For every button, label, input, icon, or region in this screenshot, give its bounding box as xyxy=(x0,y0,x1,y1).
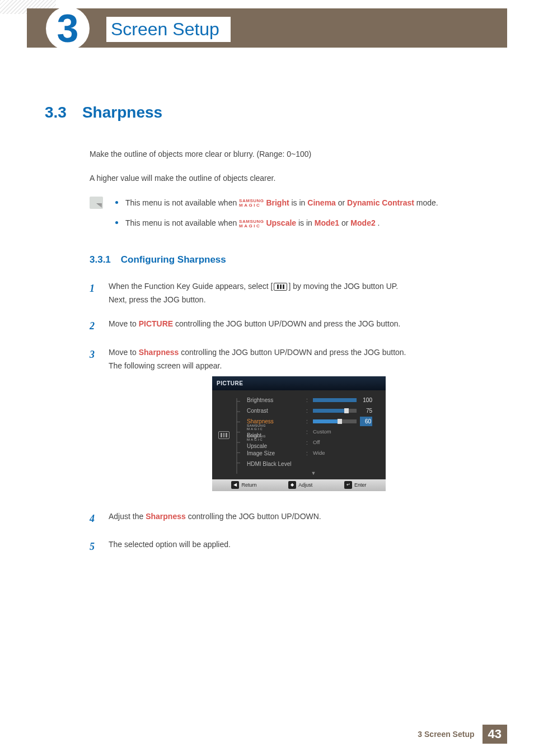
subsection-number: 3.3.1 xyxy=(90,254,111,265)
osd-scroll-down-icon: ▼ xyxy=(247,469,380,476)
step-2: 2 Move to PICTURE controlling the JOG bu… xyxy=(90,318,489,335)
chapter-title: Screen Setup xyxy=(106,17,231,42)
section-heading: 3.3 Sharpness xyxy=(45,104,489,122)
header-banner xyxy=(27,8,507,48)
chapter-badge: 3 xyxy=(46,7,90,50)
note-item-1: This menu is not available when SAMSUNGM… xyxy=(115,197,489,209)
intro-paragraph-1: Make the outline of objects more clear o… xyxy=(90,148,489,160)
osd-title: PICTURE xyxy=(212,376,386,390)
osd-enter: ↵Enter xyxy=(344,481,367,489)
intro-paragraph-2: A higher value will make the outline of … xyxy=(90,172,489,184)
footer-label: 3 Screen Setup xyxy=(418,730,474,739)
content-area: 3.3 Sharpness Make the outline of object… xyxy=(45,104,489,567)
section-number: 3.3 xyxy=(45,104,67,122)
step-4: 4 Adjust the Sharpness controlling the J… xyxy=(90,510,489,528)
note-item-2: This menu is not available when SAMSUNGM… xyxy=(115,217,489,229)
osd-row-magic-upscale: SAMSUNGMAGIC Upscale : Off xyxy=(247,437,380,448)
osd-return: ◀Return xyxy=(231,481,256,489)
osd-row-hdmi-black: HDMI Black Level xyxy=(247,459,380,469)
menu-icon xyxy=(274,283,287,291)
osd-footer: ◀Return ◆Adjust ↵Enter xyxy=(212,479,386,491)
note-block: This menu is not available when SAMSUNGM… xyxy=(90,197,489,237)
page-footer: 3 Screen Setup 43 xyxy=(418,725,507,744)
osd-row-image-size: Image Size : Wide xyxy=(247,448,380,459)
osd-adjust: ◆Adjust xyxy=(288,481,312,489)
chapter-number: 3 xyxy=(57,9,79,48)
osd-screenshot: PICTURE xyxy=(212,376,386,491)
step-5: 5 The selected option will be applied. xyxy=(90,538,489,556)
osd-row-brightness: Brightness : 100 xyxy=(247,395,380,405)
osd-row-contrast: Contrast : 75 xyxy=(247,405,380,416)
steps-list: 1 When the Function Key Guide appears, s… xyxy=(90,280,489,556)
note-icon xyxy=(90,197,103,209)
samsung-magic-label: SAMSUNGMAGIC xyxy=(239,199,264,208)
step-1: 1 When the Function Key Guide appears, s… xyxy=(90,280,489,307)
step-3: 3 Move to Sharpness controlling the JOG … xyxy=(90,346,489,499)
osd-tree-lines xyxy=(233,398,240,474)
subsection-title: Configuring Sharpness xyxy=(121,254,226,265)
samsung-magic-label: SAMSUNGMAGIC xyxy=(239,220,264,228)
section-title: Sharpness xyxy=(82,104,162,122)
subsection-heading: 3.3.1 Configuring Sharpness xyxy=(90,254,489,265)
osd-menu-icon xyxy=(218,431,229,439)
page-number: 43 xyxy=(483,725,507,744)
